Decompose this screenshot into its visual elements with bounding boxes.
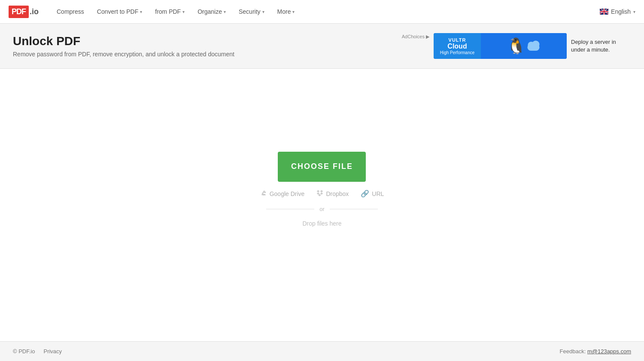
ad-vultr-left: VULTR Cloud High Performance (434, 33, 481, 59)
divider-line-left (266, 209, 314, 209)
copyright: © PDF.io (13, 348, 35, 355)
chevron-down-icon: ▾ (182, 9, 185, 14)
cloud-icon (526, 39, 541, 54)
chevron-down-icon: ▾ (224, 9, 226, 14)
drop-zone[interactable]: Drop files here (302, 220, 341, 227)
cloud-options: Google Drive Dropbox 🔗 URL (260, 190, 384, 198)
ad-headline2: Cloud (447, 43, 467, 50)
dropbox-label: Dropbox (326, 190, 349, 197)
ad-vultr-right: 🐧 (481, 33, 567, 59)
chevron-down-icon: ▾ (140, 9, 142, 14)
penguin-icon: 🐧 (507, 37, 526, 55)
feedback-email[interactable]: m@123apps.com (587, 348, 631, 355)
page-subtitle: Remove password from PDF, remove encrypt… (13, 51, 234, 58)
logo-io: .io (30, 7, 39, 16)
site-footer: © PDF.io Privacy Feedback: m@123apps.com (0, 341, 644, 361)
divider-line-right (330, 209, 378, 209)
feedback-label: Feedback: (560, 348, 586, 355)
or-label: or (319, 206, 325, 212)
page-header: Unlock PDF Remove password from PDF, rem… (0, 24, 644, 69)
url-label: URL (372, 190, 384, 197)
feedback: Feedback: m@123apps.com (560, 348, 631, 355)
page-header-text: Unlock PDF Remove password from PDF, rem… (13, 34, 234, 58)
or-divider: or (266, 206, 378, 212)
lang-chevron-icon: ▾ (633, 9, 635, 14)
language-label: English (611, 8, 631, 15)
ad-headline1: High Performance (440, 50, 475, 55)
url-icon: 🔗 (361, 190, 369, 198)
upload-area: CHOOSE FILE Google Drive (260, 152, 384, 227)
nav-security[interactable]: Security ▾ (234, 5, 270, 18)
nav-convert-to-pdf[interactable]: Convert to PDF ▾ (92, 5, 147, 18)
logo-pdf: PDF (9, 6, 29, 18)
logo[interactable]: PDF .io (9, 6, 39, 18)
ad-container[interactable]: VULTR Cloud High Performance 🐧 (434, 33, 567, 59)
choose-file-button[interactable]: CHOOSE FILE (278, 152, 366, 182)
google-drive-option[interactable]: Google Drive (260, 190, 305, 198)
chevron-down-icon: ▾ (292, 9, 295, 14)
page-title: Unlock PDF (13, 34, 234, 48)
footer-left: © PDF.io Privacy (13, 348, 62, 355)
ad-banner: AdChoices ▶ VULTR Cloud High Performance… (402, 33, 631, 59)
google-drive-icon (260, 190, 267, 198)
nav-organize[interactable]: Organize ▾ (192, 5, 231, 18)
dropbox-option[interactable]: Dropbox (316, 190, 349, 198)
nav-more[interactable]: More ▾ (272, 5, 300, 18)
svg-point-11 (532, 40, 540, 48)
main-nav: Compress Convert to PDF ▾ from PDF ▾ Org… (52, 5, 600, 18)
chevron-down-icon: ▾ (262, 9, 264, 14)
nav-from-pdf[interactable]: from PDF ▾ (150, 5, 190, 18)
google-drive-label: Google Drive (270, 190, 305, 197)
site-header: PDF .io Compress Convert to PDF ▾ from P… (0, 0, 644, 24)
url-option[interactable]: 🔗 URL (361, 190, 384, 198)
privacy-link[interactable]: Privacy (43, 348, 62, 355)
main-content: CHOOSE FILE Google Drive (0, 69, 644, 309)
ad-text: Deploy a server in under a minute. (571, 38, 631, 54)
nav-compress[interactable]: Compress (52, 5, 89, 18)
flag-icon (600, 9, 608, 15)
ad-brand: VULTR (449, 37, 466, 43)
language-selector[interactable]: English ▾ (600, 8, 635, 15)
dropbox-icon (316, 190, 323, 198)
ad-choices-label: AdChoices ▶ (402, 34, 429, 40)
svg-marker-8 (600, 11, 608, 12)
